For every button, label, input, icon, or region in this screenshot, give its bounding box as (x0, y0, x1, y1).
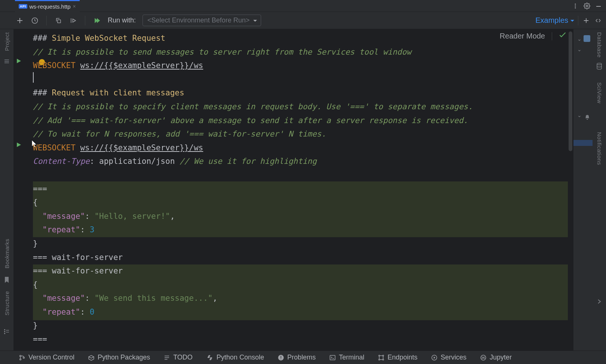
sb-python-console[interactable]: Python Console (206, 354, 264, 361)
tool-project[interactable]: Project (4, 32, 10, 51)
separator-icon (578, 16, 578, 25)
close-tab-icon[interactable]: × (73, 3, 76, 9)
svg-rect-11 (6, 332, 9, 333)
workspace: Project Bookmarks Structure Reader Mode (0, 29, 606, 351)
svg-point-23 (383, 359, 384, 360)
svg-point-22 (379, 359, 380, 360)
sb-todo[interactable]: TODO (163, 354, 193, 361)
bookmark-icon[interactable] (4, 277, 9, 284)
chevron-right-icon[interactable] (597, 299, 602, 306)
tool-database[interactable]: Database (596, 32, 603, 58)
chevron-down-icon[interactable]: ⌄ (577, 112, 582, 118)
code-line[interactable]: === (33, 182, 568, 196)
svg-point-1 (575, 5, 576, 6)
sb-label: Jupyter (490, 354, 512, 361)
sb-version-control[interactable]: Version Control (19, 354, 74, 361)
run-all-icon[interactable] (93, 17, 101, 24)
code-line[interactable]: "repeat": 0 (33, 305, 568, 319)
svg-point-0 (575, 3, 576, 4)
sb-terminal[interactable]: Terminal (329, 354, 364, 361)
code-line[interactable]: === (33, 333, 568, 346)
history-icon[interactable] (31, 17, 39, 24)
code-line[interactable] (33, 73, 568, 86)
sb-services[interactable]: Services (431, 354, 466, 361)
editor-gutter (13, 29, 32, 351)
add-request-icon[interactable] (16, 17, 24, 24)
tab-filename: ws-requests.http (30, 3, 71, 10)
code-lines: ### Simple WebSocket Request// It is pos… (33, 31, 568, 346)
svg-rect-7 (4, 329, 5, 330)
sb-problems[interactable]: Problems (278, 354, 316, 361)
svg-rect-10 (6, 330, 9, 331)
code-line[interactable]: // It is possible to specify client mess… (33, 100, 568, 114)
tool-sciview[interactable]: SciView (596, 82, 603, 104)
code-line[interactable]: // To wait for N responses, add '=== wai… (33, 127, 568, 141)
project-icon[interactable] (4, 58, 10, 66)
examples-dropdown[interactable]: Examples (535, 16, 574, 25)
chevron-down-icon[interactable]: ⌄ (577, 36, 582, 42)
expand-icon[interactable] (594, 18, 602, 24)
chevron-down-icon[interactable]: ⌄ (577, 46, 582, 52)
code-line[interactable]: WEBSOCKET ws://{{$exampleServer}}/ws (33, 59, 568, 73)
minimize-icon[interactable] (596, 3, 602, 9)
marker-highlight[interactable] (573, 140, 593, 146)
scrollbar-thumb[interactable] (569, 31, 572, 151)
more-icon[interactable] (572, 3, 578, 9)
code-line[interactable]: ### Simple WebSocket Request (33, 31, 568, 45)
separator-icon (46, 16, 47, 25)
structure-icon[interactable] (4, 328, 10, 336)
sb-jupyter[interactable]: Jupyter (480, 354, 512, 361)
svg-point-25 (481, 355, 486, 360)
code-line[interactable]: "repeat": 3 (33, 223, 568, 237)
run-gutter-icon[interactable] (16, 57, 22, 66)
code-line[interactable]: // It is possible to send messages to se… (33, 45, 568, 59)
svg-point-12 (597, 63, 602, 65)
sb-label: Terminal (339, 354, 364, 361)
run-gutter-icon[interactable] (16, 141, 22, 150)
bell-icon[interactable] (584, 114, 590, 122)
sb-python-packages[interactable]: Python Packages (88, 354, 150, 361)
code-line[interactable]: } (33, 319, 568, 333)
code-line[interactable]: WEBSOCKET ws://{{$exampleServer}}/ws (33, 141, 568, 155)
svg-rect-18 (281, 359, 281, 360)
svg-point-2 (575, 7, 576, 8)
code-editor[interactable]: Reader Mode ### Simple WebSo (13, 29, 573, 351)
add-icon[interactable] (582, 18, 590, 24)
svg-rect-8 (4, 331, 5, 332)
code-line[interactable]: "message": "We send this message...", (33, 291, 568, 305)
code-line[interactable]: "message": "Hello, server!", (33, 209, 568, 223)
svg-point-3 (586, 5, 588, 7)
code-line[interactable]: { (33, 278, 568, 292)
code-line[interactable]: === wait-for-server (33, 251, 568, 264)
code-line[interactable]: } (33, 237, 568, 251)
svg-rect-4 (596, 6, 601, 7)
marker-strip: ⌄ ⌄ ⌄ (573, 29, 593, 351)
code-line[interactable] (33, 168, 568, 182)
tool-notifications[interactable]: Notifications (596, 132, 603, 165)
http-toolbar: Run with: <Select Environment Before Run… (0, 12, 606, 29)
database-icon[interactable] (596, 63, 602, 71)
svg-point-21 (383, 355, 384, 356)
code-line[interactable]: === wait-for-server (33, 264, 568, 278)
code-line[interactable]: Content-Type: application/json // We use… (33, 155, 568, 168)
tool-structure[interactable]: Structure (4, 291, 10, 315)
code-line[interactable]: // Add '=== wait-for-server' above a mes… (33, 114, 568, 128)
api-badge-icon: API (19, 4, 27, 9)
svg-rect-6 (58, 19, 61, 22)
gear-icon[interactable] (584, 3, 590, 9)
code-line[interactable]: { (33, 196, 568, 209)
postgres-icon[interactable] (584, 35, 590, 42)
svg-rect-19 (330, 355, 335, 360)
environment-select[interactable]: <Select Environment Before Run> (143, 15, 261, 26)
import-icon[interactable] (69, 17, 77, 24)
svg-point-13 (20, 355, 21, 357)
code-line[interactable]: ### Request with client messages (33, 86, 568, 100)
status-bar: Version Control Python Packages TODO Pyt… (0, 351, 606, 364)
editor-tab[interactable]: API ws-requests.http × (15, 0, 80, 12)
sb-endpoints[interactable]: Endpoints (378, 354, 417, 361)
tab-bar: API ws-requests.http × (0, 0, 606, 12)
tool-bookmarks[interactable]: Bookmarks (4, 239, 10, 269)
sb-label: TODO (173, 354, 193, 361)
run-with-label: Run with: (108, 16, 136, 24)
copy-icon[interactable] (54, 17, 62, 24)
